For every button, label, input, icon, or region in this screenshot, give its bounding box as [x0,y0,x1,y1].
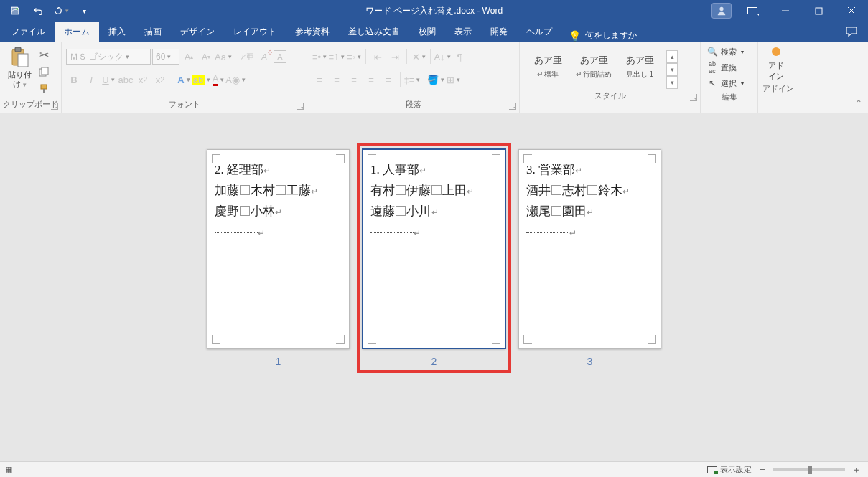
superscript-button[interactable]: x2 [152,72,168,88]
addins-button[interactable]: アド イン [758,42,794,82]
font-color-button[interactable]: A [210,72,226,88]
display-settings-button[interactable]: 表示設定 [707,464,752,475]
autosave-icon[interactable] [6,2,24,19]
shading-button[interactable]: 🪣 [428,72,444,88]
tab-描画[interactable]: 描画 [135,22,171,42]
sort-button[interactable]: A↓ [434,49,450,65]
distributed-button[interactable]: ≡ [381,72,396,88]
tab-表示[interactable]: 表示 [445,22,481,42]
find-button[interactable]: 🔍検索▾ [706,44,752,59]
phonetic-guide-button[interactable]: ア亜 [239,49,255,65]
tab-差し込み文書[interactable]: 差し込み文書 [339,22,409,42]
styles-gallery: あア亜↵ 標準あア亜↵ 行間詰めあア亜見出し 1▴▾▾ [520,42,700,89]
replace-button[interactable]: abac置換 [706,60,752,75]
lightbulb-icon: 💡 [569,30,581,42]
align-center-button[interactable]: ≡ [329,72,345,88]
styles-row-down[interactable]: ▾ [666,63,678,76]
grow-font-button[interactable]: A▴ [181,49,197,65]
tab-ホーム[interactable]: ホーム [55,22,99,42]
styles-launcher[interactable] [690,94,697,101]
minimize-button[interactable] [769,0,802,22]
editing-group-label: 編集 [722,93,737,101]
copy-button[interactable] [36,65,52,79]
svg-rect-8 [18,54,28,67]
ribbon-display-options[interactable] [736,0,769,22]
tell-me-search[interactable]: 💡 何をしますか [569,29,637,42]
clipboard-launcher[interactable] [51,103,58,110]
comments-button[interactable] [835,22,868,42]
replace-icon: abac [706,60,718,75]
collapse-ribbon-button[interactable]: ⌃ [855,98,862,108]
font-size-combo[interactable]: 60 [152,49,179,65]
account-button[interactable] [711,3,732,19]
page-thumbnail-3[interactable]: 3. 営業部↵酒井志村鈴木↵瀬尾園田↵↵3 [518,149,661,367]
addin-group-label: アドイン [762,84,794,93]
decrease-indent-button[interactable]: ⇤ [370,49,386,65]
line-spacing-button[interactable]: ‡≡ [404,72,420,88]
redo-button[interactable] [52,2,70,19]
style-↵行間詰め[interactable]: あア亜↵ 行間詰め [571,46,616,88]
shrink-font-button[interactable]: A▾ [198,49,214,65]
tab-校閲[interactable]: 校閲 [409,22,445,42]
page-number-label: 3 [587,356,593,367]
macro-record-icon[interactable]: ▦ [0,465,17,474]
change-case-button[interactable]: Aa [215,49,231,65]
zoom-slider[interactable] [773,468,845,471]
maximize-button[interactable] [802,0,835,22]
bold-button[interactable]: B [66,72,82,88]
paste-button[interactable]: 貼り付け [4,46,34,89]
close-button[interactable] [835,0,868,22]
style-見出し1[interactable]: あア亜見出し 1 [617,46,662,88]
align-right-button[interactable]: ≡ [346,72,362,88]
zoom-out-button[interactable]: − [757,464,767,475]
cut-button[interactable]: ✂ [36,47,52,62]
show-marks-button[interactable]: ¶ [452,49,467,65]
font-group-label: フォント [169,100,200,108]
qat-customize[interactable]: ▾ [75,2,93,19]
increase-indent-button[interactable]: ⇥ [387,49,403,65]
numbering-button[interactable]: ≡1 [329,49,345,65]
subscript-button[interactable]: x2 [135,72,151,88]
tab-開発[interactable]: 開発 [481,22,517,42]
svg-point-1 [719,7,723,11]
styles-more[interactable]: ▾ [666,76,678,89]
select-button[interactable]: ↖選択▾ [706,76,752,90]
align-left-button[interactable]: ≡ [312,72,327,88]
clear-formatting-button[interactable]: A◇ [256,49,272,65]
paragraph-launcher[interactable] [509,103,516,110]
underline-button[interactable]: U [101,72,116,88]
page-thumbnail-2[interactable]: 1. 人事部↵有村伊藤上田↵遠藤小川↵↵2 [363,149,505,367]
ribbon: 貼り付け ✂ クリップボード ＭＳ ゴシック 60 A▴ A▾ Aa ア亜 A◇… [0,42,868,113]
style-↵標準[interactable]: あア亜↵ 標準 [526,46,570,88]
window-title: ワード ページ入れ替え.docx - Word [365,5,503,17]
styles-row-up[interactable]: ▴ [666,50,678,63]
justify-button[interactable]: ≡ [363,72,379,88]
undo-button[interactable] [29,2,47,19]
format-painter-button[interactable] [36,82,52,96]
page-number-label: 1 [276,356,281,367]
tab-デザイン[interactable]: デザイン [171,22,224,42]
document-area[interactable]: 2. 経理部↵加藤木村工藤↵慶野小林↵↵11. 人事部↵有村伊藤上田↵遠藤小川↵… [0,113,868,461]
enclose-characters-button[interactable]: A [274,50,286,63]
italic-button[interactable]: I [83,72,99,88]
tab-レイアウト[interactable]: レイアウト [224,22,286,42]
tab-ヘルプ[interactable]: ヘルプ [517,22,561,42]
svg-rect-12 [43,89,45,93]
tab-挿入[interactable]: 挿入 [99,22,135,42]
strikethrough-button[interactable]: abc [118,72,134,88]
multilevel-list-button[interactable]: ≡◦ [346,49,362,65]
display-settings-icon [707,466,717,473]
character-shading-button[interactable]: A◉ [228,72,243,88]
borders-button[interactable]: ⊞ [445,72,461,88]
svg-rect-3 [816,8,822,14]
asian-layout-button[interactable]: ✕ [411,49,426,65]
page-thumbnail-1[interactable]: 2. 経理部↵加藤木村工藤↵慶野小林↵↵1 [207,149,350,367]
highlight-button[interactable]: ab [193,72,209,88]
text-effects-button[interactable]: A [176,72,192,88]
zoom-in-button[interactable]: ＋ [851,463,861,476]
tab-参考資料[interactable]: 参考資料 [286,22,339,42]
bullets-button[interactable]: ≡• [312,49,327,65]
font-launcher[interactable] [297,103,304,110]
tab-ファイル[interactable]: ファイル [1,22,55,42]
font-name-combo[interactable]: ＭＳ ゴシック [66,49,151,65]
